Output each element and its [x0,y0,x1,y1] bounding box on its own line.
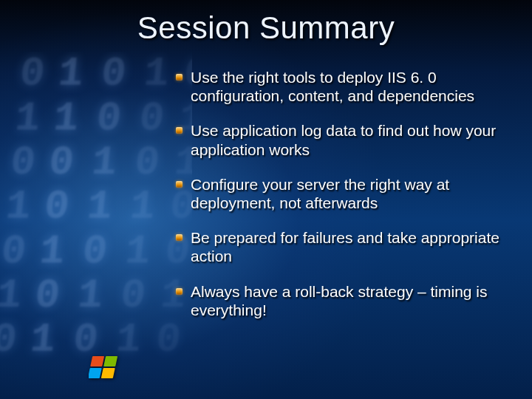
bullet-item: Use the right tools to deploy IIS 6. 0 c… [176,68,510,105]
bullet-text: Use application log data to find out how… [191,122,496,157]
bullet-text: Use the right tools to deploy IIS 6. 0 c… [191,69,474,104]
bullet-item: Configure your server the right way at d… [176,175,510,212]
svg-rect-2 [89,368,102,378]
bullet-text: Configure your server the right way at d… [191,176,449,211]
slide-title: Session Summary [0,10,532,46]
background-binary-art: 0101010 1100101 0011010 1001101 0110010 [0,52,192,369]
windows-logo-icon [89,353,124,383]
bullet-list: Use the right tools to deploy IIS 6. 0 c… [176,68,510,335]
bullet-text: Be prepared for failures and take approp… [191,229,499,265]
svg-rect-0 [90,356,104,366]
svg-rect-1 [103,356,117,366]
svg-rect-3 [101,368,115,378]
bullet-item: Always have a roll-back strategy – timin… [176,282,510,319]
bullet-item: Be prepared for failures and take approp… [176,228,510,265]
bullet-item: Use application log data to find out how… [176,121,510,158]
bullet-text: Always have a roll-back strategy – timin… [191,283,488,318]
